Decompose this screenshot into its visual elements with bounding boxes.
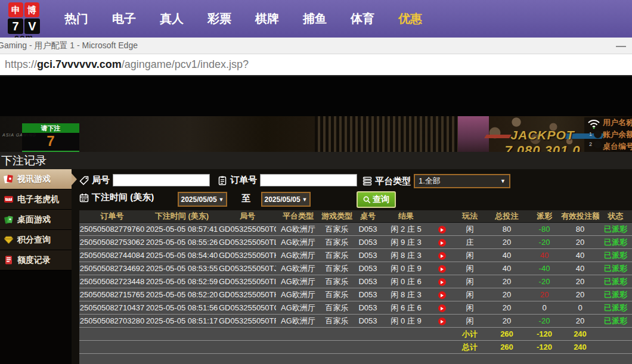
cell-round: GD053255050TJ [219,262,276,275]
cell-table-no: D053 [354,249,382,262]
cell-result: 闲 6 庄 6 [382,301,430,315]
svg-text:777: 777 [6,197,11,201]
replay-play-icon[interactable] [438,291,446,299]
col-game-type: 游戏类型 [320,210,354,223]
site-logo[interactable]: 申 博 7 V com [6,2,42,38]
date-from-picker[interactable]: 2025/05/05 ▼ [178,192,227,207]
cell-total-bet: 40 [486,249,528,262]
date-to-value: 2025/05/05 [265,195,300,204]
nav-item-sports[interactable]: 体育 [339,11,386,27]
platform-stack-icon [363,176,372,186]
cell-replay[interactable] [430,236,454,249]
chevron-down-icon: ▼ [219,197,224,203]
sidebar-item-quota-record[interactable]: 额度记录 [0,250,72,270]
minimize-button[interactable] [616,46,626,47]
cell-payout: 40 [528,249,561,262]
cell-total-bet: 20 [486,275,528,288]
content-area: 视讯游戏 777 电子老虎机 桌面游戏 积分查询 额度记录 [0,169,632,364]
jackpot-value: 7,080,301.0 [495,143,590,152]
nav-item-fishing[interactable]: 捕鱼 [291,11,339,27]
cell-bet-on: 闲 [454,275,486,288]
jackpot-banner: JACKPOT 7,080,301.0 [495,128,590,152]
query-button[interactable]: 查询 [357,191,396,208]
cell-round: GD053255050TG [219,301,276,315]
nav-item-live[interactable]: 真人 [148,11,196,27]
records-main: 局号 订单号 平台类型 1.全部 ▼ [72,169,632,364]
cell-game-type: 百家乐 [320,223,354,236]
cell-valid-bet: 20 [561,275,599,288]
replay-play-icon[interactable] [438,304,446,312]
cell-valid-bet: 20 [561,315,599,328]
cell-round: GD053255050TO [219,223,276,236]
cell-table-no: D053 [354,223,382,236]
bet-table-body: 2505050827797602025-05-05 08:57:41GD0532… [79,223,632,328]
date-to-picker[interactable]: 2025/05/05 ▼ [261,192,311,207]
subtotal-payout: -120 [528,328,561,341]
cell-total-bet: 20 [486,315,528,328]
url-path: /agingame/pcv1/index.jsp? [122,58,249,71]
sidebar-item-label: 桌面游戏 [17,214,51,225]
cell-replay[interactable] [430,223,454,236]
cell-payout: 0 [528,301,561,315]
table-row: 2505050827157652025-05-05 08:52:20GD0532… [79,288,632,301]
table-row: 2505050827104372025-05-05 08:51:56GD0532… [79,301,632,315]
table-row: 2505050827346922025-05-05 08:53:55GD0532… [79,262,632,275]
cell-game-type: 百家乐 [320,288,354,301]
replay-play-icon[interactable] [438,252,446,260]
sidebar-item-video-games[interactable]: 视讯游戏 [0,169,72,189]
platform-select[interactable]: 1.全部 ▼ [414,174,510,188]
bet-time-filter: 下注时间 (美东) [79,192,154,203]
cell-valid-bet: 40 [561,249,599,262]
cell-round: GD053255050TF [219,315,276,328]
cell-payout: -20 [528,275,561,288]
main-menu: 热门 电子 真人 彩票 棋牌 捕鱼 体育 优惠 [52,0,434,38]
query-button-label: 查询 [373,194,389,205]
sidebar-item-slot-machines[interactable]: 777 电子老虎机 [0,189,72,210]
bet-records-table: 订单号 下注时间 (美东) 局号 平台类型 游戏类型 桌号 结果 玩法 总投注 … [79,210,632,354]
col-valid-bet: 有效投注额 [561,210,599,223]
cell-replay[interactable] [430,275,454,288]
cell-status: 已派彩 [599,301,632,315]
address-bar[interactable]: https://gci.7vvvvvv.com/agingame/pcv1/in… [0,54,632,76]
cell-replay[interactable] [430,288,454,301]
replay-play-icon[interactable] [438,226,446,234]
replay-play-icon[interactable] [438,265,446,273]
balance-label: 账户余额 [603,129,632,141]
cell-bet-on: 闲 [454,315,486,328]
stream-scene: ASIA GAMING JACKPOT 7,080,301.0 1 2 用户名称… [0,116,632,152]
replay-play-icon[interactable] [438,239,446,247]
col-result: 结果 [382,210,430,223]
cell-bet-time: 2025-05-05 08:52:20 [145,288,219,301]
round-input[interactable] [113,174,210,186]
replay-play-icon[interactable] [438,318,446,325]
replay-play-icon[interactable] [438,278,446,286]
order-input[interactable] [260,174,357,186]
cell-replay[interactable] [430,262,454,275]
chevron-down-icon: ▼ [302,197,308,203]
cell-order: 250505082744084 [79,249,145,262]
cell-bet-on: 闲 [454,223,486,236]
col-round: 局号 [219,210,276,223]
nav-item-lottery[interactable]: 彩票 [196,11,243,27]
col-replay [430,210,454,223]
cell-replay[interactable] [430,315,454,328]
cell-total-bet: 80 [486,223,528,236]
col-bet-on: 玩法 [454,210,486,223]
document-icon [4,255,14,265]
cell-replay[interactable] [430,301,454,315]
nav-item-cards[interactable]: 棋牌 [243,11,291,27]
cell-platform: AG欧洲厅 [276,275,320,288]
sidebar-item-points-query[interactable]: 积分查询 [0,230,72,250]
cell-valid-bet: 40 [561,262,599,275]
cell-bet-time: 2025-05-05 08:54:40 [145,249,219,262]
nav-item-hot[interactable]: 热门 [52,11,100,27]
nav-item-promo[interactable]: 优惠 [386,11,434,27]
nav-item-slots[interactable]: 电子 [100,11,148,27]
cell-replay[interactable] [430,249,454,262]
logo-tile-7: 7 [8,18,23,34]
cell-game-type: 百家乐 [320,236,354,249]
cell-result: 闲 0 庄 6 [382,275,430,288]
screen: 申 博 7 V com 热门 电子 真人 彩票 棋牌 捕鱼 体育 优惠 Gami… [0,0,632,364]
sidebar-item-table-games[interactable]: 桌面游戏 [0,210,72,230]
username-label: 用户名称 [603,117,632,129]
